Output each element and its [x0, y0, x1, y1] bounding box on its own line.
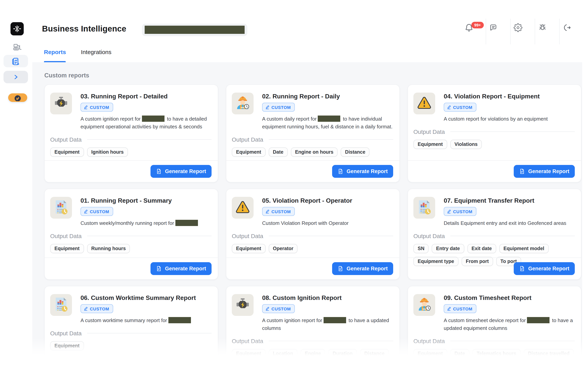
- card-header: 08. Custom Ignition Report CUSTOM A cust…: [226, 286, 399, 332]
- report-title: 02. Running Report - Daily: [262, 93, 393, 100]
- tab-bar: Reports Integrations: [32, 44, 588, 63]
- redacted-text: [175, 220, 198, 226]
- sidebar-collapse-button[interactable]: [3, 71, 28, 83]
- redacted-text: [323, 317, 346, 323]
- report-description: Custom weekly/monthly running report for: [81, 219, 211, 227]
- tab-integrations[interactable]: Integrations: [81, 49, 111, 55]
- pencil-icon: [265, 307, 270, 311]
- divider: [450, 236, 575, 236]
- settings-button[interactable]: [514, 23, 523, 32]
- generate-report-label: Generate Report: [165, 266, 206, 272]
- output-data-chip: Equipment: [413, 349, 447, 356]
- sidebar-item-reports[interactable]: [3, 55, 28, 67]
- custom-badge: CUSTOM: [262, 103, 295, 112]
- report-icon-tile: [50, 294, 72, 316]
- report-icon-tile: [413, 93, 435, 114]
- sidebar-item-quality[interactable]: [8, 93, 27, 102]
- generate-report-label: Generate Report: [528, 266, 569, 272]
- output-data-chip: Equipment: [50, 148, 84, 157]
- scrollbar-gutter: [582, 62, 588, 356]
- output-data-label: Output Data: [413, 128, 445, 135]
- engine-icon: [236, 297, 250, 313]
- card-header: 01. Running Report - Summary CUSTOM Cust…: [45, 189, 218, 227]
- output-data-chip: Equipment: [232, 349, 265, 356]
- output-data-chips: EquipmentRunning hours: [45, 239, 218, 253]
- report-title: 09. Custom Timesheet Report: [444, 294, 575, 302]
- search-input[interactable]: [142, 24, 247, 36]
- report-description: A custom report for violations by an equ…: [444, 115, 575, 123]
- divider: [450, 341, 575, 341]
- card-header: 06. Custom Worktime Summary Report CUSTO…: [45, 286, 218, 324]
- custom-badge-label: CUSTOM: [453, 209, 473, 214]
- custom-badge: CUSTOM: [444, 304, 476, 313]
- output-data-label: Output Data: [413, 233, 445, 239]
- output-data-chip: Date: [450, 349, 469, 356]
- debug-button[interactable]: [538, 23, 547, 32]
- report-icon-tile: [232, 93, 253, 114]
- card-header: 09. Custom Timesheet Report CUSTOM A cus…: [408, 286, 581, 332]
- generate-report-button[interactable]: Generate Report: [150, 262, 211, 275]
- section-title: Custom reports: [32, 62, 588, 79]
- logo-icon: [12, 24, 22, 34]
- header: Business Intelligence: [32, 0, 588, 45]
- sidebar-item-equipment[interactable]: [12, 42, 22, 52]
- report-icon-tile: [50, 93, 72, 114]
- output-data-chips: EquipmentDateEngine on hoursDistance: [226, 143, 399, 157]
- divider: [510, 19, 511, 44]
- pencil-icon: [84, 105, 88, 109]
- output-data-chip: Distance: [360, 349, 389, 356]
- custom-badge-label: CUSTOM: [90, 306, 109, 311]
- output-data-label: Output Data: [232, 233, 263, 239]
- redacted-search-text: [145, 26, 245, 34]
- chevron-right-icon: [12, 73, 20, 81]
- page-title: Business Intelligence: [42, 24, 126, 33]
- output-data-chip: Operator: [269, 244, 298, 253]
- divider: [269, 341, 393, 341]
- divider: [486, 19, 486, 44]
- output-data-chips: EquipmentIgnition hours: [45, 143, 218, 157]
- output-data-chip: Location: [269, 349, 297, 356]
- output-data-label: Output Data: [50, 136, 82, 143]
- engine-icon: [54, 96, 68, 111]
- custom-badge: CUSTOM: [262, 207, 295, 216]
- worker-icon: [417, 297, 432, 313]
- output-data-chip: SN: [413, 244, 429, 253]
- report-icon: [53, 199, 69, 216]
- report-description: A custom timesheet device report for to …: [444, 317, 575, 332]
- feedback-button[interactable]: [489, 23, 498, 32]
- report-title: 07. Equipment Transfer Report: [444, 197, 575, 205]
- logout-button[interactable]: [563, 23, 571, 32]
- redacted-text: [318, 116, 340, 122]
- output-data-chip: Equipment: [413, 140, 447, 149]
- generate-report-label: Generate Report: [528, 169, 569, 174]
- generate-report-button[interactable]: Generate Report: [514, 262, 575, 275]
- output-data-label: Output Data: [232, 338, 263, 344]
- app-logo[interactable]: [10, 22, 24, 35]
- generate-report-button[interactable]: Generate Report: [332, 262, 393, 275]
- divider: [269, 236, 393, 236]
- equipment-icon: [12, 42, 22, 52]
- report-description: Custom Violation Report with Operator: [262, 219, 393, 227]
- report-description: A custom daily report for to have indivi…: [262, 115, 393, 131]
- pencil-icon: [265, 209, 270, 213]
- report-card: 01. Running Report - Summary CUSTOM Cust…: [44, 189, 218, 280]
- warning-icon: [235, 200, 250, 216]
- output-data-chip: Distance: [341, 148, 370, 157]
- card-footer: Generate Report: [226, 257, 399, 279]
- logout-icon: [563, 23, 571, 32]
- reports-icon: [11, 56, 21, 66]
- custom-badge-label: CUSTOM: [453, 105, 473, 109]
- card-footer: Generate Report: [408, 160, 581, 182]
- report-card: 05. Violation Report - Operator CUSTOM C…: [226, 189, 400, 280]
- generate-report-button[interactable]: Generate Report: [514, 165, 575, 178]
- tab-reports[interactable]: Reports: [44, 49, 66, 55]
- gear-check-icon: [14, 94, 21, 101]
- pencil-icon: [84, 209, 88, 213]
- card-header: 07. Equipment Transfer Report CUSTOM Det…: [408, 189, 581, 227]
- sidebar: [0, 0, 33, 356]
- generate-report-button[interactable]: Generate Report: [150, 165, 211, 178]
- generate-report-button[interactable]: Generate Report: [332, 165, 393, 178]
- card-header: 02. Running Report - Daily CUSTOM A cust…: [226, 85, 399, 131]
- output-data-chip: Engine on hours: [291, 148, 337, 157]
- card-header: 03. Running Report - Detailed CUSTOM A c…: [45, 85, 218, 131]
